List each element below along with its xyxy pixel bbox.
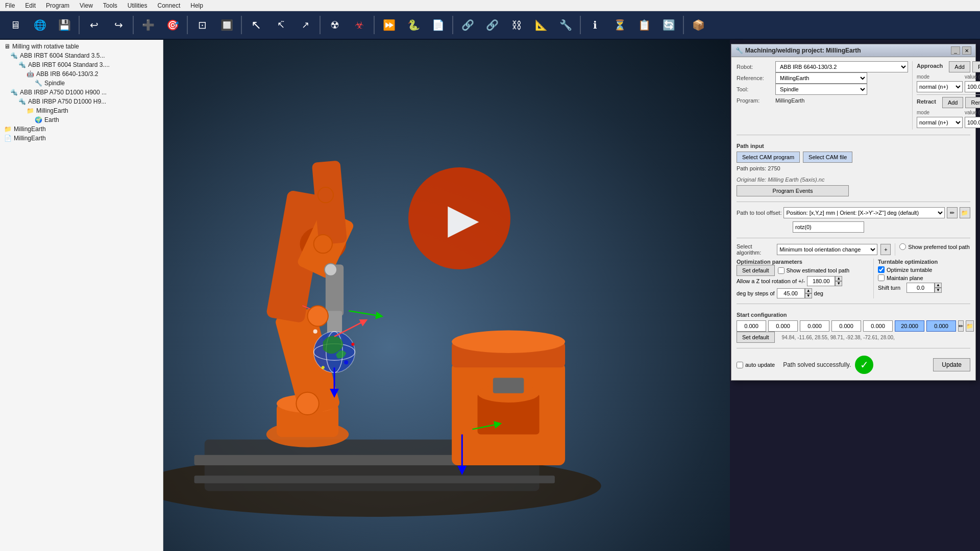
tree-irbt2-label: ABB IRBT 6004 Standard 3.... — [28, 61, 110, 68]
tb-info-button[interactable]: ℹ — [584, 14, 606, 36]
optimize-turntable-checkbox[interactable] — [878, 266, 885, 273]
shift-turn-up-arrow[interactable]: ▲ — [935, 283, 942, 288]
main-divider-3 — [737, 238, 970, 238]
path-folder-button[interactable]: 📁 — [960, 207, 970, 218]
tb-open-button[interactable]: 🌐 — [29, 14, 51, 36]
config-input-4[interactable] — [863, 320, 893, 332]
tb-document-button[interactable]: 📄 — [427, 14, 449, 36]
tree-item-irbt2[interactable]: 🔩 ABB IRBT 6004 Standard 3.... — [2, 60, 161, 69]
shift-turn-input[interactable] — [906, 283, 935, 293]
alg-add-button[interactable]: + — [880, 244, 891, 255]
config-input-5[interactable] — [895, 320, 924, 332]
z-steps-input[interactable] — [777, 288, 805, 298]
maintain-plane-checkbox[interactable] — [878, 274, 885, 281]
approach-add-button[interactable]: Add — [949, 61, 970, 72]
config-input-0[interactable] — [737, 320, 766, 332]
tb-selectcurve-button[interactable]: ↖̃ — [270, 14, 292, 36]
show-estimated-checkbox[interactable] — [778, 267, 785, 274]
tb-fitall-button[interactable]: ⊡ — [191, 14, 213, 36]
tb-wrench-button[interactable]: 🔧 — [554, 14, 577, 36]
program-events-button[interactable]: Program Events — [737, 185, 849, 196]
reference-select[interactable]: MillingEarth — [775, 72, 867, 84]
tool-select[interactable]: Spindle — [775, 84, 867, 95]
dialog-close-button[interactable]: ✕ — [962, 46, 971, 55]
rotz-input[interactable] — [793, 221, 864, 233]
tree-item-earth[interactable]: 🌍 Earth — [2, 115, 161, 124]
z-rot-up-arrow[interactable]: ▲ — [835, 276, 842, 281]
select-cam-program-button[interactable]: Select CAM program — [737, 152, 800, 163]
menu-connect[interactable]: Connect — [153, 1, 186, 10]
tb-save-button[interactable]: 💾 — [53, 14, 76, 36]
tree-item-millingearth1[interactable]: 📁 MillingEarth — [2, 106, 161, 115]
menu-file[interactable]: File — [0, 1, 20, 10]
tb-refresh-button[interactable]: 🔄 — [657, 14, 680, 36]
tb-path2-button[interactable]: 🔗 — [481, 14, 503, 36]
tb-python-button[interactable]: 🐍 — [402, 14, 425, 36]
tb-target-button[interactable]: 🎯 — [161, 14, 184, 36]
play-button[interactable]: ▶ — [408, 167, 510, 269]
retract-remove-button[interactable]: Remove — [965, 97, 980, 108]
config-input-3[interactable] — [831, 320, 861, 332]
path-edit-button[interactable]: ✏ — [947, 207, 958, 218]
tree-item-spindle[interactable]: 🔧 Spindle — [2, 79, 161, 88]
tb-3dview-button[interactable]: 🔲 — [215, 14, 238, 36]
z-steps-up-arrow[interactable]: ▲ — [805, 288, 812, 293]
menu-program[interactable]: Program — [41, 1, 75, 10]
approach-value-input[interactable] — [965, 81, 980, 92]
tree-root[interactable]: 🖥 Milling with rotative table — [2, 42, 161, 51]
tree-item-millingearth3[interactable]: 📄 MillingEarth — [2, 134, 161, 143]
retract-mode-select[interactable]: normal (n+) — [917, 117, 963, 128]
select-cam-file-button[interactable]: Select CAM file — [803, 152, 852, 163]
tb-redo-button[interactable]: ↪ — [107, 14, 130, 36]
tb-radiation2-button[interactable]: ☣ — [348, 14, 371, 36]
tb-radiation-button[interactable]: ☢ — [324, 14, 346, 36]
config-input-1[interactable] — [768, 320, 798, 332]
show-preferred-radio[interactable] — [899, 243, 906, 250]
alg-select[interactable]: Minimum tool orientation change — [777, 244, 877, 255]
approach-mode-select[interactable]: normal (n+) — [917, 81, 963, 92]
menu-edit[interactable]: Edit — [20, 1, 41, 10]
tb-timer-button[interactable]: ⏳ — [608, 14, 631, 36]
shift-turn-down-arrow[interactable]: ▼ — [935, 288, 942, 293]
update-button[interactable]: Update — [933, 358, 970, 371]
tree-item-millingearth2[interactable]: 📁 MillingEarth — [2, 124, 161, 134]
tb-path1-button[interactable]: 🔗 — [456, 14, 479, 36]
tb-add-button[interactable]: ➕ — [137, 14, 159, 36]
path-to-tool-select[interactable]: Position: [x,Y,z] mm | Orient: [X->Y'->Z… — [783, 207, 944, 218]
tree-item-irbt1[interactable]: 🔩 ABB IRBT 6004 Standard 3.5... — [2, 51, 161, 60]
tb-move-button[interactable]: ↗ — [294, 14, 316, 36]
viewport-3d[interactable]: ▶ — [163, 40, 730, 551]
dialog-body: Robot: ABB IRB 6640-130/3.2 Reference: M… — [731, 57, 975, 380]
menu-tools[interactable]: Tools — [98, 1, 122, 10]
tree-item-irbp2[interactable]: 🔩 ABB IRBP A750 D1000 H9... — [2, 97, 161, 106]
config-input-2[interactable] — [800, 320, 829, 332]
set-default-button[interactable]: Set default — [737, 265, 775, 276]
menu-help[interactable]: Help — [185, 1, 208, 10]
tb-list-button[interactable]: 📋 — [633, 14, 655, 36]
tb-fastforward-button[interactable]: ⏩ — [378, 14, 400, 36]
tb-select-button[interactable]: ↖ — [245, 14, 267, 36]
tb-new-button[interactable]: 🖥 — [4, 14, 27, 36]
robot-select[interactable]: ABB IRB 6640-130/3.2 — [775, 61, 908, 72]
z-steps-down-arrow[interactable]: ▼ — [805, 293, 812, 298]
z-rot-down-arrow[interactable]: ▼ — [835, 281, 842, 286]
tb-path3-button[interactable]: ⛓ — [505, 14, 528, 36]
config-folder-button[interactable]: 📁 — [966, 320, 974, 332]
tb-package-button[interactable]: 📦 — [687, 14, 709, 36]
config-edit-button[interactable]: ✏ — [958, 320, 964, 332]
set-default-config-button[interactable]: Set default — [737, 332, 775, 343]
menu-view[interactable]: View — [75, 1, 98, 10]
tree-item-irb[interactable]: 🤖 ABB IRB 6640-130/3.2 — [2, 69, 161, 79]
approach-remove-button[interactable]: Remove — [972, 61, 980, 72]
config-input-6[interactable] — [926, 320, 956, 332]
retract-value-input[interactable] — [965, 117, 980, 128]
tb-measure-button[interactable]: 📐 — [530, 14, 552, 36]
retract-add-button[interactable]: Add — [942, 97, 964, 108]
dialog-minimize-button[interactable]: _ — [951, 46, 960, 55]
maintain-plane-label: Maintain plane — [887, 275, 923, 281]
tb-undo-button[interactable]: ↩ — [83, 14, 105, 36]
tree-item-irbp1[interactable]: 🔩 ABB IRBP A750 D1000 H900 ... — [2, 88, 161, 97]
z-rotation-input[interactable] — [807, 276, 835, 286]
auto-update-checkbox[interactable] — [737, 362, 743, 368]
menu-utilities[interactable]: Utilities — [122, 1, 153, 10]
